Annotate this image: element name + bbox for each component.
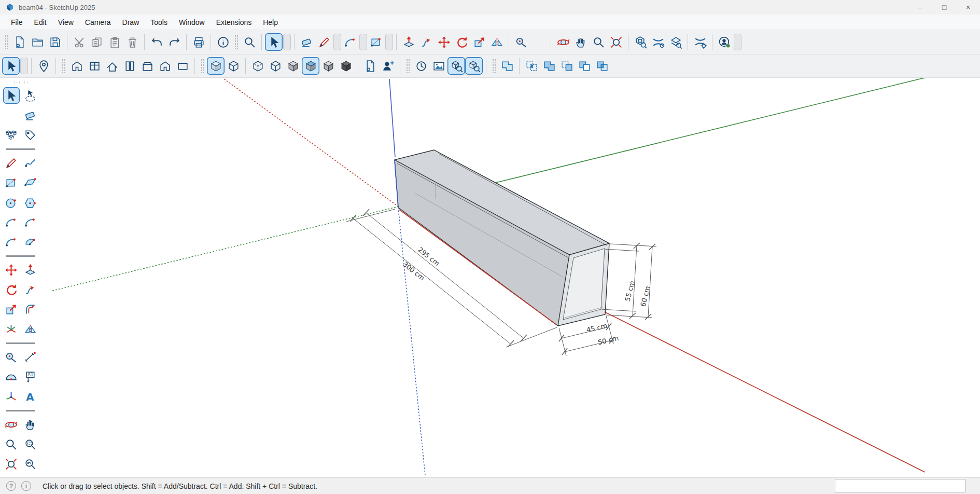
menu-draw[interactable]: Draw xyxy=(117,16,145,29)
toolbar-drag-handle[interactable] xyxy=(406,59,410,73)
print-button[interactable] xyxy=(190,33,207,51)
search-button[interactable] xyxy=(241,33,258,51)
union-button[interactable] xyxy=(540,57,558,75)
structure-tool-3-button[interactable] xyxy=(103,57,121,75)
model-info-button[interactable] xyxy=(214,33,232,51)
rotate-button[interactable] xyxy=(453,33,470,51)
three-point-arc-button[interactable] xyxy=(3,234,20,250)
rotated-rectangle-button[interactable] xyxy=(22,174,39,191)
tag-button[interactable] xyxy=(22,127,39,143)
menu-window[interactable]: Window xyxy=(173,16,211,29)
structure-tool-4-button[interactable] xyxy=(121,57,138,75)
move-button[interactable] xyxy=(435,33,453,51)
structure-tool-6-button[interactable] xyxy=(156,57,174,75)
open-file-button[interactable] xyxy=(29,33,46,51)
zoom-extents-button[interactable] xyxy=(607,33,625,51)
warehouse-b-button[interactable] xyxy=(649,33,667,51)
new-file-button[interactable] xyxy=(11,33,29,51)
display-style-2-button[interactable] xyxy=(225,57,242,75)
menu-tools[interactable]: Tools xyxy=(145,16,173,29)
zoom-button[interactable] xyxy=(590,33,607,51)
select-button[interactable] xyxy=(2,57,20,75)
toolbar-drag-handle[interactable] xyxy=(62,59,65,73)
structure-tool-1-button[interactable] xyxy=(68,57,86,75)
rectangle-button[interactable] xyxy=(3,174,20,191)
structure-tool-5-button[interactable] xyxy=(138,57,156,75)
warehouse-d-button[interactable] xyxy=(691,33,709,51)
display-style-6-button[interactable] xyxy=(302,57,319,75)
structure-tool-7-button[interactable] xyxy=(174,57,191,75)
rectangle-button[interactable] xyxy=(367,33,385,51)
pan-button[interactable] xyxy=(572,33,590,51)
display-style-5-button[interactable] xyxy=(284,57,302,75)
follow-me-button[interactable] xyxy=(417,33,435,51)
delete-button[interactable] xyxy=(123,33,141,51)
menu-extensions[interactable]: Extensions xyxy=(211,16,257,29)
warehouse-c-button[interactable] xyxy=(667,33,684,51)
line-button[interactable] xyxy=(315,33,333,51)
outer-shell-button[interactable] xyxy=(498,57,516,75)
view-zoom-1-button[interactable] xyxy=(447,57,465,75)
eraser-button[interactable] xyxy=(22,107,39,124)
select-options-dropdown[interactable] xyxy=(283,34,291,50)
eraser-button[interactable] xyxy=(298,33,315,51)
close-button[interactable]: × xyxy=(956,0,980,15)
account-options-dropdown[interactable] xyxy=(734,34,741,50)
paste-button[interactable] xyxy=(106,33,123,51)
select-button[interactable] xyxy=(265,33,283,51)
maximize-button[interactable]: □ xyxy=(932,0,956,15)
flip-button[interactable] xyxy=(488,33,506,51)
line-options-dropdown[interactable] xyxy=(333,34,341,50)
orbit-button[interactable] xyxy=(554,33,572,51)
toolbar-drag-handle[interactable] xyxy=(5,35,8,49)
rectangle-options-dropdown[interactable] xyxy=(385,34,393,50)
intersect-button[interactable] xyxy=(523,57,540,75)
component-history-button[interactable] xyxy=(412,57,430,75)
lasso-select-button[interactable] xyxy=(22,87,39,104)
display-style-3-button[interactable] xyxy=(249,57,267,75)
photo-texture-button[interactable] xyxy=(430,57,447,75)
display-style-8-button[interactable] xyxy=(337,57,355,75)
menu-edit[interactable]: Edit xyxy=(29,16,52,29)
menu-view[interactable]: View xyxy=(52,16,79,29)
model-viewport[interactable]: 295 cm 300 cm 45 cm 50 cm 55 cm 60 cm xyxy=(0,78,980,477)
two-point-arc-button[interactable] xyxy=(22,214,39,230)
rotate-button[interactable] xyxy=(3,281,20,298)
freehand-button[interactable] xyxy=(22,155,39,171)
add-location-button[interactable] xyxy=(35,57,52,75)
split-button[interactable] xyxy=(593,57,611,75)
palette-drag-handle[interactable] xyxy=(13,81,29,84)
protractor-button[interactable] xyxy=(3,368,20,385)
text-button[interactable] xyxy=(22,368,39,385)
pie-button[interactable] xyxy=(22,234,39,250)
3d-text-button[interactable] xyxy=(22,388,39,405)
display-style-4-button[interactable] xyxy=(267,57,284,75)
measurements-input[interactable] xyxy=(835,479,965,492)
account-button[interactable] xyxy=(716,33,733,51)
pan-button[interactable] xyxy=(22,416,39,433)
paint-bucket-button[interactable] xyxy=(530,33,548,51)
toolbar-drag-handle[interactable] xyxy=(492,59,496,73)
tape-measure-button[interactable] xyxy=(512,33,530,51)
scale-button[interactable] xyxy=(470,33,488,51)
trim-button[interactable] xyxy=(576,57,593,75)
undo-button[interactable] xyxy=(148,33,165,51)
arc-options-dropdown[interactable] xyxy=(359,34,367,50)
toolbar-drag-handle[interactable] xyxy=(201,59,204,73)
copy-button[interactable] xyxy=(88,33,106,51)
paint-bucket-button[interactable] xyxy=(3,107,20,124)
arc-button[interactable] xyxy=(3,214,20,230)
push-pull-button[interactable] xyxy=(400,33,417,51)
redo-button[interactable] xyxy=(165,33,183,51)
axes-button[interactable] xyxy=(3,388,20,405)
circle-button[interactable] xyxy=(3,194,20,211)
credits-icon[interactable]: i xyxy=(21,481,31,491)
structure-tool-2-button[interactable] xyxy=(86,57,103,75)
display-style-7-button[interactable] xyxy=(319,57,337,75)
dimension-button[interactable] xyxy=(22,349,39,365)
warehouse-a-button[interactable] xyxy=(632,33,649,51)
zoom-button[interactable] xyxy=(3,436,20,452)
menu-camera[interactable]: Camera xyxy=(79,16,117,29)
previous-view-button[interactable] xyxy=(22,456,39,472)
flip-button[interactable] xyxy=(3,321,20,337)
